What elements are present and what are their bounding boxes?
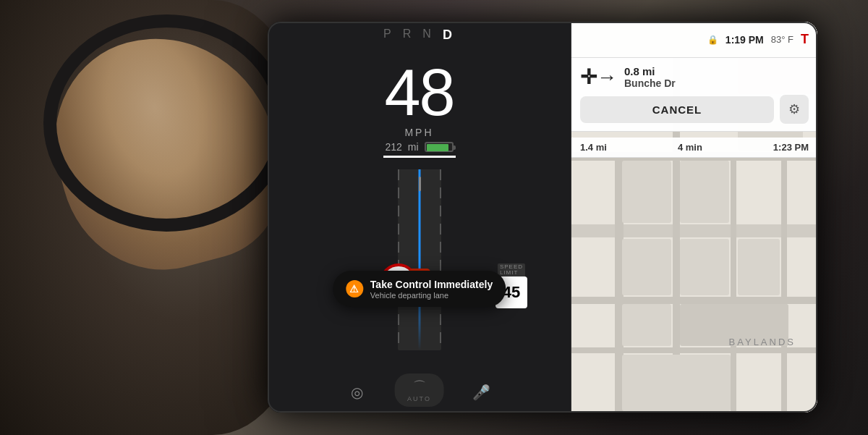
nav-turn-arrow: ✛→ xyxy=(580,65,617,89)
speed-limit-label: SPEEDLIMIT xyxy=(498,263,525,276)
svg-rect-4 xyxy=(571,347,817,353)
lane-marker-left xyxy=(398,169,399,350)
radar-button[interactable]: ◎ xyxy=(344,379,370,405)
svg-rect-2 xyxy=(571,224,817,237)
svg-rect-14 xyxy=(622,304,671,346)
eta-row: 1.4 mi 4 min 1:23 PM xyxy=(571,138,817,158)
gear-p[interactable]: P xyxy=(383,28,394,43)
wiper-label: AUTO xyxy=(407,395,431,402)
wiper-control[interactable]: ⌒ AUTO xyxy=(394,373,444,407)
gear-d[interactable]: D xyxy=(443,28,455,43)
svg-rect-3 xyxy=(571,297,817,304)
nav-street: Bunche Dr xyxy=(624,77,676,89)
nav-distance: 0.8 mi xyxy=(624,65,676,77)
gear-selector: P R N D xyxy=(268,28,571,43)
alert-warning-icon: ⚠ xyxy=(346,280,363,297)
range-unit: mi xyxy=(408,141,419,153)
speed-divider xyxy=(383,156,456,158)
svg-rect-16 xyxy=(622,355,731,411)
lane-marker-right xyxy=(440,169,441,350)
map-label-baylands: BAYLANDS xyxy=(729,337,796,347)
lock-icon: 🔒 xyxy=(707,35,718,45)
instrument-cluster: P R N D 48 MPH 212 mi xyxy=(268,22,571,413)
map-panel[interactable]: 🔒 1:19 PM 83° F T ✛→ 0.8 mi Bunche Dr CA… xyxy=(571,22,817,413)
gear-r[interactable]: R xyxy=(403,28,414,43)
mic-button[interactable]: 🎤 xyxy=(469,379,495,405)
map-topbar: 🔒 1:19 PM 83° F T xyxy=(571,22,817,58)
alert-banner: ⚠ Take Control Immediately Vehicle depar… xyxy=(333,271,506,307)
svg-rect-10 xyxy=(680,161,729,223)
speed-unit: MPH xyxy=(268,127,571,138)
alert-subtitle: Vehicle departing lane xyxy=(370,291,493,300)
map-temperature: 83° F xyxy=(771,34,793,45)
mic-icon: 🎤 xyxy=(472,384,490,401)
eta-distance: 1.4 mi xyxy=(580,142,607,153)
svg-rect-8 xyxy=(781,152,787,413)
battery-fill xyxy=(427,144,449,151)
svg-rect-7 xyxy=(731,152,736,413)
nav-direction-row: ✛→ 0.8 mi Bunche Dr xyxy=(580,65,809,89)
road-center-line xyxy=(418,169,420,350)
eta-duration: 4 min xyxy=(678,142,702,153)
tesla-logo: T xyxy=(801,32,809,47)
battery-bar xyxy=(425,142,454,152)
eta-distance-value: 1.4 mi xyxy=(580,142,607,153)
eta-arrival: 1:23 PM xyxy=(773,142,809,153)
nav-settings-button[interactable]: ⚙ xyxy=(780,95,809,124)
tesla-touchscreen: P R N D 48 MPH 212 mi xyxy=(268,22,817,413)
alert-title: Take Control Immediately xyxy=(370,278,493,291)
nav-action-row: CANCEL ⚙ xyxy=(580,95,809,124)
svg-rect-11 xyxy=(622,239,671,295)
svg-rect-12 xyxy=(680,239,729,295)
cancel-navigation-button[interactable]: CANCEL xyxy=(580,96,774,123)
speed-display: 48 MPH xyxy=(268,46,571,138)
eta-duration-value: 4 min xyxy=(678,142,702,153)
road-visualization: 50 SPEEDLIMIT 45 ⚠ Take Control Immediat… xyxy=(268,169,571,350)
range-display: 212 mi xyxy=(268,141,571,153)
radar-icon: ◎ xyxy=(351,384,363,401)
steering-wheel-rim xyxy=(43,14,289,232)
wiper-icon: ⌒ xyxy=(413,378,426,395)
map-time: 1:19 PM xyxy=(726,34,764,46)
road-post xyxy=(419,177,421,191)
navigation-card: ✛→ 0.8 mi Bunche Dr CANCEL ⚙ xyxy=(571,58,817,132)
svg-rect-9 xyxy=(622,161,671,223)
range-value: 212 xyxy=(385,141,401,153)
speed-value: 48 xyxy=(268,60,571,125)
svg-rect-13 xyxy=(738,239,780,295)
eta-arrival-value: 1:23 PM xyxy=(773,142,809,153)
gear-icon: ⚙ xyxy=(788,101,800,117)
steering-wheel-area xyxy=(0,0,304,435)
gear-n[interactable]: N xyxy=(422,28,434,43)
